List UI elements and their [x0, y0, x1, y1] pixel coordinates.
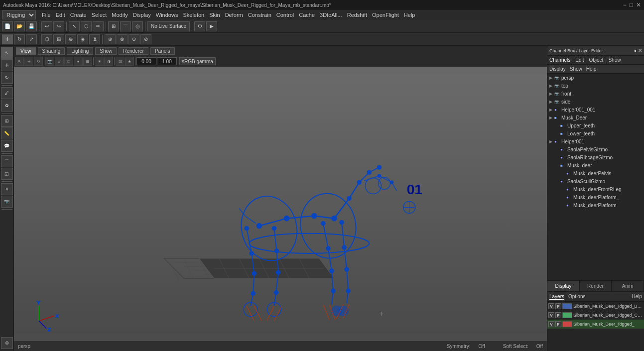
lighting-tab[interactable]: Lighting — [67, 47, 93, 55]
layer-color-box[interactable] — [562, 303, 572, 309]
outliner-item-helper001[interactable]: ▶●Helper001 — [547, 137, 644, 145]
layers-tab[interactable]: Layers — [549, 294, 564, 300]
paint-tool-button[interactable]: ✏ — [93, 21, 104, 31]
menu-item-display[interactable]: Display — [133, 12, 151, 18]
lasso-tool-button[interactable]: ⬡ — [81, 21, 92, 31]
surface-button[interactable]: ◱ — [1, 168, 13, 180]
group-button[interactable]: ⊙ — [129, 34, 139, 44]
snap-grid-button[interactable]: ⊞ — [108, 21, 119, 31]
show-tab[interactable]: Show — [95, 47, 117, 55]
show-tab-cb[interactable]: Show — [608, 57, 621, 63]
outliner-arrow[interactable]: ▶ — [549, 100, 554, 104]
layer-color-box[interactable] — [562, 321, 572, 327]
menu-item-control[interactable]: Control — [276, 12, 294, 18]
outliner-item-upperteeth[interactable]: ■Upper_teeth — [547, 121, 644, 129]
no-live-surface-label[interactable]: No Live Surface — [147, 21, 190, 31]
snap-button[interactable]: ⊞ — [1, 115, 13, 127]
render-settings-button[interactable]: ⚙ — [194, 21, 205, 31]
menu-item-redshift[interactable]: Redshift — [347, 12, 367, 18]
vp-xray-btn[interactable]: ⊡ — [116, 57, 125, 66]
soft-mod-button[interactable]: ⬡ — [41, 34, 52, 44]
cb-render-tab[interactable]: Render — [580, 281, 612, 292]
layer-row[interactable]: VPSiberian_Musk_Deer_Rigged_ — [547, 320, 644, 329]
outliner-item-muskdeerplatform[interactable]: ●Musk_deerPlatform — [547, 201, 644, 209]
renderer-tab[interactable]: Renderer — [119, 47, 148, 55]
vp-move-btn[interactable]: ✛ — [24, 57, 33, 66]
outliner-item-saolapelvisgizmo[interactable]: ●SaolaPelvisGizmo — [547, 145, 644, 153]
layer-playback-button[interactable]: P — [555, 321, 561, 327]
outliner-item-persp[interactable]: ▶📷persp — [547, 74, 644, 82]
menu-item-create[interactable]: Create — [70, 12, 87, 18]
cb-anim-tab[interactable]: Anim — [612, 281, 644, 292]
ik-button[interactable]: ⊻ — [89, 34, 100, 44]
cb-expand-icon[interactable]: ◂ — [634, 48, 636, 53]
settings-button[interactable]: ⚙ — [1, 337, 13, 349]
outliner-item-muskdeer[interactable]: ■Musk_deer — [547, 161, 644, 169]
menu-item-select[interactable]: Select — [92, 12, 107, 18]
annotation-button[interactable]: 💬 — [1, 140, 13, 152]
layer-visibility-button[interactable]: V — [548, 312, 554, 318]
undo-button[interactable]: ↩ — [41, 21, 52, 31]
camera-button[interactable]: 📷 — [1, 196, 13, 208]
gamma-label[interactable]: sRGB gamma — [179, 57, 216, 65]
select-mode-button[interactable]: ↖ — [1, 47, 13, 59]
outliner-item-muskdeerplatform[interactable]: ●Musk_deerPlatform_ — [547, 193, 644, 201]
rotate-tool-button[interactable]: ↻ — [14, 34, 25, 44]
joint-button[interactable]: ◈ — [77, 34, 88, 44]
vp-far-clip[interactable] — [157, 57, 177, 65]
outliner-help-label[interactable]: Help — [586, 66, 597, 72]
vp-light1-btn[interactable]: ☀ — [95, 57, 104, 66]
redo-button[interactable]: ↪ — [53, 21, 64, 31]
vp-shadow-btn[interactable]: ◑ — [104, 57, 113, 66]
shading-tab[interactable]: Shading — [38, 47, 65, 55]
vp-iso-btn[interactable]: ◈ — [125, 57, 134, 66]
view-tab[interactable]: View — [16, 47, 36, 55]
new-file-button[interactable]: 📄 — [2, 21, 13, 31]
save-file-button[interactable]: 💾 — [26, 21, 37, 31]
vp-smooth-btn[interactable]: ● — [74, 57, 83, 66]
open-file-button[interactable]: 📂 — [14, 21, 25, 31]
vp-cam-btn[interactable]: 📷 — [45, 57, 54, 66]
outliner-item-front[interactable]: ▶📷front — [547, 90, 644, 98]
layer-color-box[interactable] — [562, 312, 572, 318]
snap-curve-button[interactable]: ⌒ — [120, 21, 131, 31]
panels-tab[interactable]: Panels — [150, 47, 175, 55]
minimize-button[interactable]: − — [623, 1, 627, 8]
outliner-item-top[interactable]: ▶📷top — [547, 82, 644, 90]
object-tab[interactable]: Object — [589, 57, 604, 63]
outliner-item-saolaribcagegizmo[interactable]: ●SaolaRibcageGizmo — [547, 153, 644, 161]
menu-item-windows[interactable]: Windows — [156, 12, 178, 18]
paint-button[interactable]: 🖊 — [1, 87, 13, 99]
close-button[interactable]: ✕ — [636, 1, 641, 8]
outliner-item-muskdeerpelvis[interactable]: ●Musk_deerPelvis — [547, 169, 644, 177]
move-mode-button[interactable]: ✛ — [1, 59, 13, 71]
menu-item-edit[interactable]: Edit — [56, 12, 65, 18]
move-tool-button[interactable]: ✛ — [2, 34, 13, 44]
sculpt-button[interactable]: ✿ — [1, 100, 13, 112]
light-button[interactable]: ☀ — [1, 183, 13, 195]
menu-item-openflight[interactable]: OpenFlight — [372, 12, 399, 18]
layer-row[interactable]: VPSiberian_Musk_Deer_Rigged_Bo… — [547, 302, 644, 311]
layers-help[interactable]: Help — [632, 294, 642, 299]
outliner-arrow[interactable]: ▶ — [549, 139, 554, 144]
layer-visibility-button[interactable]: V — [548, 321, 554, 327]
outliner-item-muskdeerfrontrleg[interactable]: ●Musk_deerFrontRLeg — [547, 185, 644, 193]
select-tool-button[interactable]: ↖ — [69, 21, 80, 31]
menu-item-skeleton[interactable]: Skeleton — [183, 12, 204, 18]
vp-select-btn[interactable]: ↖ — [15, 57, 24, 66]
vp-wire-btn[interactable]: □ — [64, 57, 73, 66]
layer-visibility-button[interactable]: V — [548, 303, 554, 309]
edit-tab[interactable]: Edit — [575, 57, 584, 63]
outliner-display-label[interactable]: Display — [549, 66, 566, 72]
layer-playback-button[interactable]: P — [555, 303, 561, 309]
snap-point-button[interactable]: ◎ — [132, 21, 143, 31]
outliner-item-lowerteeth[interactable]: ■Lower_teeth — [547, 129, 644, 137]
layer-playback-button[interactable]: P — [555, 312, 561, 318]
vp-grid-btn[interactable]: # — [55, 57, 64, 66]
scale-tool-button[interactable]: ⤢ — [26, 34, 37, 44]
outliner-arrow[interactable]: ▶ — [549, 84, 554, 88]
cb-close-icon[interactable]: ✕ — [638, 48, 642, 53]
maximize-button[interactable]: □ — [630, 1, 633, 8]
layer-row[interactable]: VPSiberian_Musk_Deer_Rigged_Co… — [547, 311, 644, 320]
curve-button[interactable]: ⌒ — [1, 155, 13, 167]
